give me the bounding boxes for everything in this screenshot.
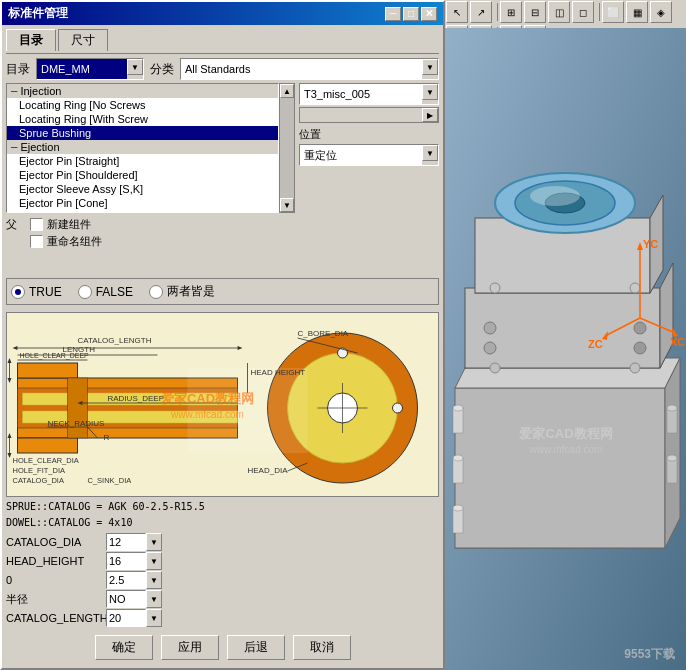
3d-scene-svg: YC XC ZC 爱家CAD教程网 www.mfcad.com 9553下载 xyxy=(445,28,686,670)
rename-component-label: 重命名组件 xyxy=(47,234,102,249)
list-item-ejector-pin-c[interactable]: Ejector Pin [Cone] xyxy=(7,196,278,210)
scroll-up-button[interactable]: ▲ xyxy=(280,84,294,98)
svg-text:HOLE_CLEAR_DEEP: HOLE_CLEAR_DEEP xyxy=(20,352,90,360)
bottom-buttons: 确定 应用 后退 取消 xyxy=(6,631,439,664)
new-component-checkbox[interactable] xyxy=(30,218,43,231)
position-ref-dropdown[interactable]: T3_misc_005 ▼ xyxy=(299,83,439,105)
svg-point-63 xyxy=(530,186,580,206)
svg-text:HEAD HEIGHT: HEAD HEIGHT xyxy=(251,368,306,377)
input-head-height[interactable]: 16 xyxy=(106,552,146,570)
tb-btn-8[interactable]: ▦ xyxy=(626,1,648,23)
svg-point-75 xyxy=(484,342,496,354)
svg-text:C_BORE_DIA: C_BORE_DIA xyxy=(298,329,349,338)
category-value: All Standards xyxy=(181,59,422,79)
tb-btn-9[interactable]: ◈ xyxy=(650,1,672,23)
position-value-dropdown[interactable]: 重定位 ▼ xyxy=(299,144,439,166)
dropdown-0[interactable]: ▼ xyxy=(146,571,162,589)
svg-text:CATALOG_LENGTH: CATALOG_LENGTH xyxy=(78,336,152,345)
scroll-thumb[interactable] xyxy=(280,98,294,198)
svg-point-71 xyxy=(667,405,677,411)
radio-both-btn[interactable] xyxy=(149,285,163,299)
svg-text:C_SINK_DIA: C_SINK_DIA xyxy=(88,476,132,485)
list-item-ejector-pin-s[interactable]: Ejector Pin [Straight] xyxy=(7,154,278,168)
svg-point-79 xyxy=(630,283,640,293)
position-label2: 位置 xyxy=(299,127,439,142)
pos-scroll-right[interactable]: ▶ xyxy=(422,108,438,122)
scroll-down-button[interactable]: ▼ xyxy=(280,198,294,212)
apply-button[interactable]: 应用 xyxy=(161,635,219,660)
maximize-button[interactable]: □ xyxy=(403,7,419,21)
tab-size[interactable]: 尺寸 xyxy=(58,29,108,51)
list-item-ejector-pin-sh[interactable]: Ejector Pin [Shouldered] xyxy=(7,168,278,182)
list-item-locating-ring-ws[interactable]: Locating Ring [With Screw xyxy=(7,112,278,126)
tb-btn-7[interactable]: ⬜ xyxy=(602,1,624,23)
position-ref-scrollbar[interactable]: ▶ xyxy=(299,107,439,123)
tb-btn-5[interactable]: ◫ xyxy=(548,1,570,23)
field-row-catalog-length: CATALOG_LENGTH 20 ▼ xyxy=(6,609,439,627)
tb-btn-1[interactable]: ↖ xyxy=(446,1,468,23)
component-listbox[interactable]: ─ Injection Locating Ring [No Screws Loc… xyxy=(6,83,279,213)
close-button[interactable]: ✕ xyxy=(421,7,437,21)
3d-viewport: ↖ ↗ ⊞ ⊟ ◫ ◻ ⬜ ▦ ◈ ⊙ ♦ ▸ ⟳ xyxy=(445,0,686,670)
list-item-locating-ring-ns[interactable]: Locating Ring [No Screws xyxy=(7,98,278,112)
radio-false-btn[interactable] xyxy=(78,285,92,299)
cancel-button[interactable]: 取消 xyxy=(293,635,351,660)
confirm-button[interactable]: 确定 xyxy=(95,635,153,660)
group-ejection: ─ Ejection xyxy=(7,140,278,154)
tb-btn-4[interactable]: ⊟ xyxy=(524,1,546,23)
dropdown-radius[interactable]: ▼ xyxy=(146,590,162,608)
group-arrow-ejection: ─ xyxy=(11,142,17,152)
group-ejection-label: Ejection xyxy=(20,141,59,153)
svg-rect-3 xyxy=(18,363,78,378)
svg-rect-66 xyxy=(453,458,463,483)
back-button[interactable]: 后退 xyxy=(227,635,285,660)
position-value: 重定位 xyxy=(300,145,422,165)
input-catalog-length[interactable]: 20 xyxy=(106,609,146,627)
svg-rect-68 xyxy=(453,508,463,533)
radio-false[interactable]: FALSE xyxy=(78,285,133,299)
field-row-0: 0 2.5 ▼ xyxy=(6,571,439,589)
sprue-info-2: DOWEL::CATALOG = 4x10 xyxy=(6,517,439,528)
category-dropdown-arrow[interactable]: ▼ xyxy=(422,59,438,75)
position-ref-value: T3_misc_005 xyxy=(300,84,422,104)
listbox-scrollbar[interactable]: ▲ ▼ xyxy=(279,83,295,213)
tab-catalog[interactable]: 目录 xyxy=(6,29,56,51)
new-component-label: 新建组件 xyxy=(47,217,91,232)
dropdown-head-height[interactable]: ▼ xyxy=(146,552,162,570)
category-dropdown-container[interactable]: All Standards ▼ xyxy=(180,58,439,80)
directory-dropdown-container[interactable]: DME_MM ▼ xyxy=(36,58,144,80)
svg-text:爱家CAD教程网: 爱家CAD教程网 xyxy=(161,391,254,406)
group-arrow-injection: ─ xyxy=(11,86,17,96)
minimize-button[interactable]: ─ xyxy=(385,7,401,21)
directory-dropdown-arrow[interactable]: ▼ xyxy=(127,59,143,75)
radio-false-label: FALSE xyxy=(96,285,133,299)
radio-true[interactable]: TRUE xyxy=(11,285,62,299)
list-item-sprue-bushing[interactable]: Sprue Bushing xyxy=(7,126,278,140)
input-catalog-dia[interactable]: 12 xyxy=(106,533,146,551)
field-value-0: 2.5 ▼ xyxy=(106,571,162,589)
input-radius[interactable]: NO xyxy=(106,590,146,608)
position-value-arrow[interactable]: ▼ xyxy=(422,145,438,161)
dropdown-catalog-dia[interactable]: ▼ xyxy=(146,533,162,551)
radio-true-label: TRUE xyxy=(29,285,62,299)
dropdown-catalog-length[interactable]: ▼ xyxy=(146,609,162,627)
sprue-info-1: SPRUE::CATALOG = AGK 60-2.5-R15.5 xyxy=(6,501,439,512)
tb-btn-2[interactable]: ↗ xyxy=(470,1,492,23)
svg-text:www.mfcad.com: www.mfcad.com xyxy=(529,444,603,455)
svg-rect-64 xyxy=(453,408,463,433)
radio-both[interactable]: 两者皆是 xyxy=(149,283,215,300)
position-ref-arrow[interactable]: ▼ xyxy=(422,84,438,100)
svg-rect-51 xyxy=(455,388,665,548)
tb-btn-3[interactable]: ⊞ xyxy=(500,1,522,23)
directory-label: 目录 xyxy=(6,61,30,78)
svg-point-67 xyxy=(453,455,463,461)
group-injection-label: Injection xyxy=(20,85,61,97)
list-item-ejector-sleeve[interactable]: Ejector Sleeve Assy [S,K] xyxy=(7,182,278,196)
radio-true-btn[interactable] xyxy=(11,285,25,299)
input-0[interactable]: 2.5 xyxy=(106,571,146,589)
dialog-window: 标准件管理 ─ □ ✕ 目录 尺寸 目录 DME_ xyxy=(0,0,445,670)
svg-text:爱家CAD教程网: 爱家CAD教程网 xyxy=(519,426,612,441)
tb-btn-6[interactable]: ◻ xyxy=(572,1,594,23)
svg-point-65 xyxy=(453,405,463,411)
rename-component-checkbox[interactable] xyxy=(30,235,43,248)
